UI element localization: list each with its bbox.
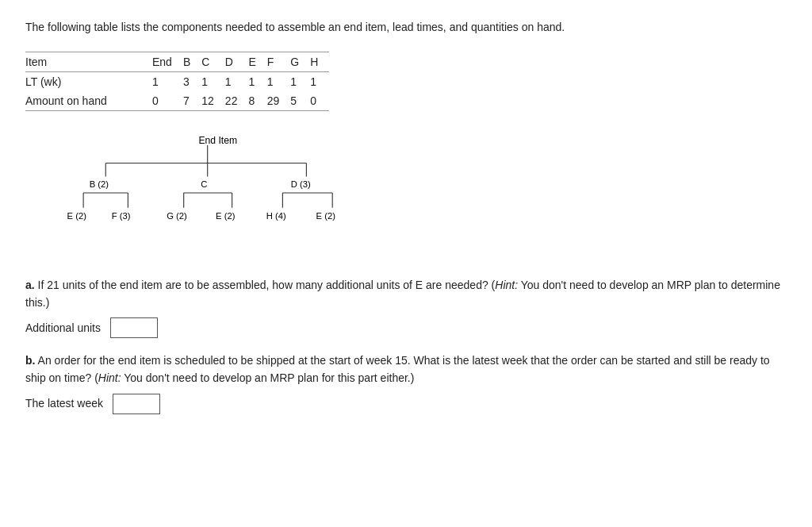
col-b: B <box>183 52 201 72</box>
question-a-body: If 21 units of the end item are to be as… <box>25 279 780 309</box>
lt-c: 1 <box>201 72 225 92</box>
hint-label-b: Hint: <box>98 371 121 384</box>
lt-g: 1 <box>290 72 310 92</box>
node-g2: G (2) <box>167 211 187 221</box>
table-row-amount: Amount on hand 0 7 12 22 8 29 5 0 <box>25 91 329 111</box>
col-d: D <box>225 52 249 72</box>
table-header-row: Item End B C D E F G H <box>25 52 329 72</box>
hint-label-a: Hint: <box>495 279 518 291</box>
amount-e: 8 <box>248 91 266 111</box>
tree-diagram: End Item B (2) C D (3) E (2) F (3) G (2)… <box>49 133 787 255</box>
additional-units-input[interactable] <box>110 317 158 338</box>
amount-f: 29 <box>267 91 291 111</box>
question-b-text: b. An order for the end item is schedule… <box>25 352 787 387</box>
col-item: Item <box>25 52 152 72</box>
lt-d: 1 <box>225 72 249 92</box>
lt-e: 1 <box>248 72 266 92</box>
question-b-bold: b. <box>25 354 35 367</box>
question-b-body: An order for the end item is scheduled t… <box>25 354 770 384</box>
col-end: End <box>152 52 183 72</box>
amount-h: 0 <box>310 91 329 111</box>
amount-g: 5 <box>290 91 310 111</box>
lt-b: 3 <box>183 72 201 92</box>
col-h: H <box>310 52 329 72</box>
lt-end: 1 <box>152 72 183 92</box>
table-row-lt: LT (wk) 1 3 1 1 1 1 1 1 <box>25 72 329 92</box>
lt-h: 1 <box>310 72 329 92</box>
lt-f: 1 <box>267 72 291 92</box>
intro-text: The following table lists the components… <box>25 19 787 36</box>
lt-label: LT (wk) <box>25 72 152 92</box>
question-b-answer-row: The latest week <box>25 394 787 414</box>
node-c: C <box>201 179 207 189</box>
node-e2a: E (2) <box>67 211 87 221</box>
latest-week-input[interactable] <box>113 394 160 414</box>
amount-b: 7 <box>183 91 201 111</box>
question-a: a. If 21 units of the end item are to be… <box>25 277 787 338</box>
amount-c: 12 <box>201 91 225 111</box>
col-g: G <box>290 52 310 72</box>
question-a-bold: a. <box>25 279 35 291</box>
additional-units-label: Additional units <box>25 320 101 337</box>
question-b: b. An order for the end item is schedule… <box>25 352 787 414</box>
node-e2c: E (2) <box>316 211 336 221</box>
tree-svg: End Item B (2) C D (3) E (2) F (3) G (2)… <box>49 133 430 252</box>
question-a-text: a. If 21 units of the end item are to be… <box>25 277 787 311</box>
node-f3: F (3) <box>112 211 131 221</box>
node-e2b: E (2) <box>216 211 236 221</box>
question-a-answer-row: Additional units <box>25 317 787 338</box>
col-f: F <box>267 52 291 72</box>
root-label: End Item <box>198 135 237 146</box>
node-h4: H (4) <box>266 211 286 221</box>
latest-week-label: The latest week <box>25 395 103 413</box>
component-table: Item End B C D E F G H LT (wk) 1 3 1 1 1… <box>25 52 329 111</box>
col-e: E <box>248 52 266 72</box>
amount-end: 0 <box>152 91 183 111</box>
node-d3: D (3) <box>291 179 311 189</box>
node-b2: B (2) <box>90 179 109 189</box>
amount-d: 22 <box>225 91 249 111</box>
component-table-wrapper: Item End B C D E F G H LT (wk) 1 3 1 1 1… <box>25 52 787 111</box>
col-c: C <box>201 52 225 72</box>
amount-label: Amount on hand <box>25 91 152 111</box>
